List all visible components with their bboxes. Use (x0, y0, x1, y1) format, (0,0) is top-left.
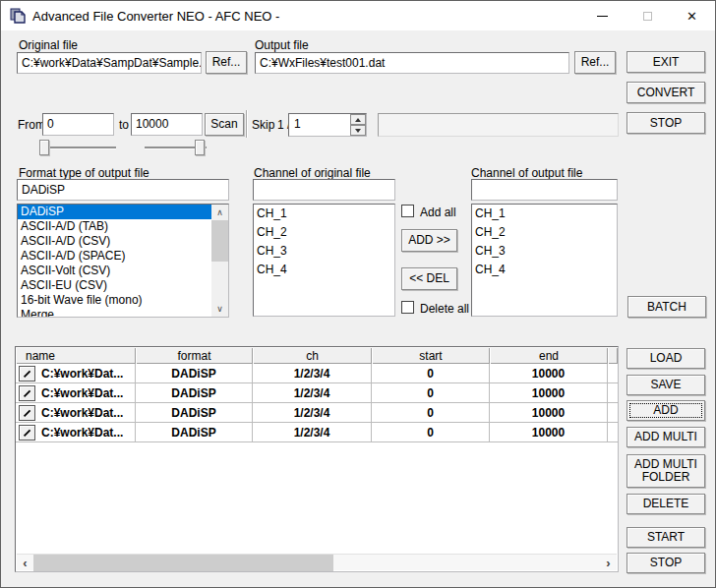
column-header-format[interactable]: format (136, 347, 253, 364)
scroll-right-icon[interactable]: › (600, 555, 617, 571)
scroll-left-icon[interactable]: ‹ (17, 555, 33, 571)
scan-button[interactable]: Scan (205, 113, 244, 136)
start-button[interactable]: START (626, 527, 705, 548)
delete-all-checkbox[interactable] (401, 301, 414, 314)
add-all-checkbox[interactable] (401, 205, 414, 217)
add-multi-button[interactable]: ADD MULTI (626, 427, 705, 447)
minimize-button[interactable] (580, 1, 625, 30)
output-channel-item[interactable]: CH_1 (472, 205, 617, 223)
cell-filler (608, 364, 618, 382)
spin-down-icon (355, 129, 361, 133)
table-row[interactable]: C:¥work¥Dat...DADiSP1/2/3/4010000 (16, 403, 618, 423)
load-button[interactable]: LOAD (626, 348, 705, 369)
format-list-item[interactable]: ASCII-EU (CSV) (18, 278, 211, 293)
to-slider-thumb[interactable] (195, 140, 205, 155)
spin-up-button[interactable] (350, 114, 366, 125)
stop-button[interactable]: STOP (626, 553, 705, 573)
del-channel-button[interactable]: << DEL (401, 267, 457, 290)
skip-value[interactable]: 1 (289, 114, 350, 136)
column-header-end[interactable]: end (490, 347, 608, 364)
output-file-label: Output file (255, 38, 309, 52)
app-window: Advanced File Converter NEO - AFC NEO - … (0, 0, 716, 588)
cell-filler (608, 403, 618, 422)
hscroll-thumb[interactable] (33, 555, 333, 571)
cell-format: DADiSP (136, 364, 253, 382)
cell-format: DADiSP (136, 403, 253, 422)
convert-stop-button[interactable]: STOP (626, 112, 705, 134)
format-list-item[interactable]: Merge (18, 308, 211, 318)
progress-bar (378, 113, 619, 137)
column-header-ch[interactable]: ch (253, 347, 372, 364)
edit-row-button[interactable] (19, 385, 35, 401)
cell-format: DADiSP (136, 423, 253, 441)
output-channel-input[interactable] (471, 179, 618, 201)
original-ref-button[interactable]: Ref... (206, 51, 247, 74)
file-name-text: C:¥work¥Dat... (41, 406, 123, 420)
edit-row-button[interactable] (19, 405, 35, 421)
format-list-item[interactable]: ASCII-Volt (CSV) (18, 264, 211, 278)
original-channel-item[interactable]: CH_2 (254, 223, 394, 242)
close-button[interactable]: ✕ (670, 1, 714, 30)
add-multi-folder-button[interactable]: ADD MULTI FOLDER (626, 454, 705, 488)
edit-icon (23, 388, 32, 398)
cell-end: 10000 (490, 364, 608, 382)
scroll-down-icon[interactable]: ∨ (211, 301, 228, 317)
output-channel-label: Channel of output file (471, 166, 582, 180)
output-file-input[interactable]: C:¥WxFiles¥test001.dat (255, 52, 569, 74)
save-button[interactable]: SAVE (626, 375, 705, 395)
column-header-start[interactable]: start (372, 347, 490, 364)
spin-down-button[interactable] (350, 125, 366, 136)
format-list-item[interactable]: DADiSP (18, 205, 211, 219)
cell-end: 10000 (490, 403, 608, 422)
from-input[interactable]: 0 (42, 113, 114, 136)
table-row[interactable]: C:¥work¥Dat...DADiSP1/2/3/4010000 (16, 383, 618, 403)
cell-end: 10000 (490, 383, 608, 402)
add-button[interactable]: ADD (626, 400, 705, 421)
original-channel-item[interactable]: CH_4 (254, 261, 394, 279)
edit-row-button[interactable] (19, 425, 35, 441)
cell-start: 0 (372, 423, 490, 441)
original-channel-item[interactable]: CH_3 (254, 242, 394, 261)
delete-button[interactable]: DELETE (626, 494, 705, 514)
skip-label: Skip (252, 118, 274, 132)
scroll-up-icon[interactable]: ∧ (211, 205, 228, 220)
separator (246, 110, 248, 138)
table-row[interactable]: C:¥work¥Dat...DADiSP1/2/3/4010000 (16, 423, 618, 442)
output-channel-listbox: CH_1CH_2CH_3CH_4 (471, 204, 618, 317)
format-list-item[interactable]: ASCII-A/D (CSV) (18, 234, 211, 249)
format-list-item[interactable]: ASCII-A/D (SPACE) (18, 249, 211, 264)
cell-start: 0 (372, 364, 490, 382)
titlebar[interactable]: Advanced File Converter NEO - AFC NEO - … (1, 1, 715, 30)
format-listbox: DADiSPASCII-A/D (TAB)ASCII-A/D (CSV)ASCI… (17, 204, 229, 318)
table-hscrollbar[interactable]: ‹ › (17, 554, 617, 570)
original-channel-input[interactable] (253, 179, 395, 201)
to-input[interactable]: 10000 (131, 113, 203, 136)
cell-name: C:¥work¥Dat... (16, 383, 136, 402)
output-channel-item[interactable]: CH_4 (472, 261, 617, 279)
original-channel-item[interactable]: CH_1 (254, 205, 394, 223)
format-list-item[interactable]: ASCII-A/D (TAB) (18, 219, 211, 234)
skip-spinner[interactable]: 1 (288, 113, 367, 137)
column-header-name[interactable]: name (16, 347, 136, 364)
add-channel-button[interactable]: ADD >> (401, 229, 457, 252)
table-row[interactable]: C:¥work¥Dat...DADiSP1/2/3/4010000 (16, 364, 618, 383)
format-list-scrollbar[interactable]: ∧ ∨ (211, 205, 228, 317)
output-channel-item[interactable]: CH_2 (472, 223, 617, 242)
cell-ch: 1/2/3/4 (253, 383, 372, 402)
original-channel-label: Channel of original file (254, 166, 371, 180)
output-channel-item[interactable]: CH_3 (472, 242, 617, 261)
file-table: nameformatchstartend C:¥work¥Dat...DADiS… (15, 346, 619, 572)
from-slider-thumb[interactable] (39, 140, 49, 155)
edit-row-button[interactable] (19, 366, 35, 382)
batch-button[interactable]: BATCH (627, 296, 706, 318)
cell-name: C:¥work¥Dat... (16, 423, 136, 441)
format-list-item[interactable]: 16-bit Wave file (mono) (18, 293, 211, 308)
format-combo-input[interactable]: DADiSP (17, 179, 229, 201)
from-label: From (18, 118, 45, 132)
output-ref-button[interactable]: Ref... (574, 51, 616, 74)
from-slider-track[interactable] (39, 147, 116, 148)
convert-button[interactable]: CONVERT (626, 82, 705, 103)
scroll-thumb[interactable] (211, 220, 228, 262)
original-file-input[interactable]: C:¥work¥Data¥SampDat¥Sample.l (17, 52, 202, 74)
exit-button[interactable]: EXIT (626, 51, 705, 73)
